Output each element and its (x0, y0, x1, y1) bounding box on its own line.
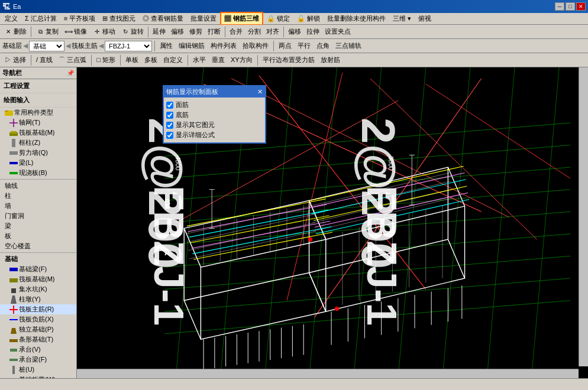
menu-unlock[interactable]: 🔓 解锁 (293, 13, 324, 24)
component-dropdown[interactable]: FBZJ-1 (105, 41, 152, 51)
sep-draw2 (91, 55, 92, 66)
btn-split[interactable]: 分割 (245, 26, 263, 38)
btn-radial[interactable]: 放射筋 (318, 54, 343, 66)
btn-offset2[interactable]: 偏移 (286, 26, 303, 38)
btn-pick[interactable]: 拾取构件 (240, 40, 271, 52)
btn-merge[interactable]: 合并 (227, 26, 245, 38)
sidebar-item-isolated[interactable]: 独立基础(P) (0, 324, 76, 334)
menu-define[interactable]: 定义 (1, 13, 21, 24)
sidebar-item-axis-root[interactable]: 轴线 (0, 181, 76, 191)
svg-rect-7 (9, 151, 18, 155)
btn-edit-rebar[interactable]: 编辑钢筋 (176, 40, 207, 52)
scroll-right[interactable] (579, 67, 588, 366)
btn-line[interactable]: / 直线 (34, 54, 55, 66)
sidebar-item-pit[interactable]: 集水坑(K) (0, 284, 76, 294)
scroll-bottom[interactable] (77, 369, 579, 378)
sidebar-pin[interactable]: 📌 (67, 70, 74, 76)
checkbox-bottom-rebar-input[interactable] (166, 112, 173, 119)
btn-rect[interactable]: □ 矩形 (94, 54, 118, 66)
sidebar-item-axis[interactable]: 轴网(T) (0, 118, 76, 128)
canvas-area[interactable]: 2@200 2@200 4800 3000 FBZJ-1 FBZJ-1 A (77, 67, 588, 378)
btn-horizontal[interactable]: 水平 (190, 54, 208, 66)
btn-single-board[interactable]: 单板 (123, 54, 141, 66)
sidebar-item-found-beam[interactable]: 基础梁(F) (0, 264, 76, 274)
btn-multi-board[interactable]: 多板 (142, 54, 160, 66)
svg-rect-9 (9, 172, 18, 174)
grid-icon (9, 119, 18, 127)
btn-trim[interactable]: 修剪 (187, 26, 205, 38)
sidebar-item-beam-root[interactable]: 梁 (0, 221, 76, 231)
sidebar-item-col-root[interactable]: 柱 (0, 191, 76, 201)
btn-mirror[interactable]: ⟺镜像 (62, 26, 89, 38)
sidebar-item-raft-neg[interactable]: 筏板负筋(X) (0, 314, 76, 324)
btn-xy[interactable]: XY方向 (228, 54, 255, 66)
menu-find[interactable]: ⊞ 查找图元 (99, 13, 139, 24)
sidebar-item-cap[interactable]: 承台(V) (0, 344, 76, 355)
checkbox-top-rebar-input[interactable] (166, 102, 173, 109)
sidebar-item-raft-main[interactable]: 筏板主筋(R) (0, 304, 76, 314)
sidebar-item-pile[interactable]: 桩(U) (0, 365, 76, 375)
sidebar-item-strip[interactable]: 条形基础(T) (0, 334, 76, 344)
btn-arc[interactable]: ⌒ 三点弧 (56, 54, 89, 66)
menu-top[interactable]: 俯视 (415, 13, 435, 24)
maximize-button[interactable]: □ (566, 2, 575, 11)
dim-3000-value: 3000 (387, 156, 395, 170)
sep3 (225, 27, 225, 37)
sidebar-item-board-root[interactable]: 板 (0, 231, 76, 241)
btn-angle[interactable]: 点角 (314, 40, 332, 52)
sidebar-item-draw-input[interactable]: 绘图输入 (2, 95, 74, 106)
sidebar-item-raft-found[interactable]: 筏板基础(M) (0, 128, 76, 138)
sidebar-title: 导航栏 (2, 69, 22, 77)
btn-move[interactable]: ✛移动 (90, 26, 118, 38)
svg-line-47 (426, 84, 570, 178)
close-button[interactable]: ✕ (576, 2, 586, 11)
sidebar-item-frame-col[interactable]: 框柱(Z) (0, 138, 76, 148)
sidebar-item-raft-root[interactable]: 筏板基础(M) (0, 274, 76, 284)
btn-copy[interactable]: ⧉复制 (33, 26, 61, 38)
sidebar-item-foundation-root[interactable]: 基础 (0, 254, 76, 264)
checkbox-show-other-input[interactable] (166, 122, 173, 129)
btn-two-point[interactable]: 两点 (276, 40, 294, 52)
menu-rebar[interactable]: ◎ 查看钢筋量 (139, 13, 187, 24)
sidebar-item-wall-root[interactable]: 墙 (0, 201, 76, 211)
menu-3d-rebar[interactable]: ▦ 钢筋三维 (220, 12, 263, 25)
sidebar-item-beam[interactable]: 梁(L) (0, 158, 76, 168)
menu-3d[interactable]: 三维 ▾ (389, 13, 415, 24)
btn-align2[interactable]: 对齐 (264, 26, 282, 38)
layer-dropdown[interactable]: 基础 (29, 41, 64, 51)
sidebar-item-hollow-root[interactable]: 空心楼盖 (0, 241, 76, 251)
sidebar-item-common-types[interactable]: 常用构件类型 (0, 108, 76, 118)
app-container: 🏗 Ea ─ □ ✕ 定义 Σ 汇总计算 ≡ 平齐板项 ⊞ 查找图元 ◎ 查看钢… (0, 0, 588, 390)
minimize-button[interactable]: ─ (555, 2, 564, 11)
sidebar-item-project-settings[interactable]: 工程设置 (2, 80, 74, 92)
btn-parallel-force[interactable]: 平行边布置受力筋 (260, 54, 317, 66)
btn-setgrip[interactable]: 设置夹点 (322, 26, 353, 38)
menu-batch[interactable]: 批量设置 (187, 13, 220, 24)
float-panel-close[interactable]: ✕ (257, 88, 263, 96)
menu-lock[interactable]: 🔒 锁定 (263, 13, 293, 24)
sidebar-item-cap-beam[interactable]: 承台梁(F) (0, 355, 76, 365)
btn-three-point[interactable]: 三点辅轨 (333, 40, 364, 52)
btn-property[interactable]: 属性 (157, 40, 175, 52)
btn-offset[interactable]: 偏移 (169, 26, 186, 38)
btn-custom-board[interactable]: 自定义 (161, 54, 185, 66)
menu-batch-del[interactable]: 批量删除未使用构件 (324, 13, 389, 24)
btn-component-list[interactable]: 构件列表 (208, 40, 239, 52)
btn-select[interactable]: ▷ 选择 (2, 54, 28, 66)
main-content: 导航栏 📌 工程设置 绘图输入 常用构件类型 轴网(T) (0, 67, 588, 378)
sep-layer (154, 41, 155, 51)
menu-align[interactable]: ≡ 平齐板项 (60, 13, 99, 24)
btn-delete[interactable]: ✕删除 (1, 26, 29, 38)
btn-break[interactable]: 打断 (205, 26, 223, 38)
menu-sum[interactable]: Σ 汇总计算 (21, 13, 60, 24)
btn-extend[interactable]: 延伸 (150, 26, 168, 38)
btn-vertical[interactable]: 垂直 (209, 54, 227, 66)
btn-rotate[interactable]: ↻旋转 (118, 26, 146, 38)
btn-parallel[interactable]: 平行 (295, 40, 313, 52)
sidebar-item-shear-wall[interactable]: 剪力墙(Q) (0, 148, 76, 158)
btn-stretch[interactable]: 拉伸 (304, 26, 322, 38)
checkbox-show-formula-input[interactable] (166, 132, 173, 139)
sidebar-item-pedestal[interactable]: 柱墩(Y) (0, 294, 76, 304)
sidebar-item-door-root[interactable]: 门窗洞 (0, 211, 76, 221)
sidebar-item-cast-slab[interactable]: 现浇板(B) (0, 168, 76, 178)
